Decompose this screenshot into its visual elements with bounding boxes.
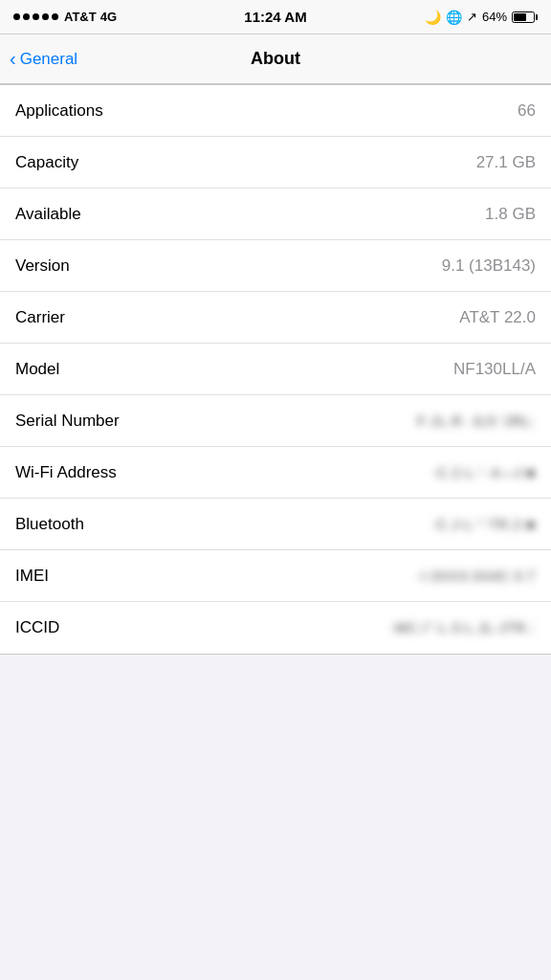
table-row: Wi-Fi Address·C.2·L·'··4—J·■: [0, 447, 551, 499]
table-row: Version9.1 (13B143): [0, 240, 551, 292]
row-label: Serial Number: [15, 412, 120, 431]
row-value: 1.8 GB: [485, 205, 536, 224]
table-row: Capacity27.1 GB: [0, 137, 551, 189]
back-label: General: [20, 50, 77, 69]
row-value: AT&T 22.0: [459, 308, 536, 327]
row-label: Available: [15, 205, 81, 224]
row-label: Bluetooth: [15, 515, 84, 534]
chevron-left-icon: ‹: [10, 49, 16, 68]
row-value: 66: [518, 101, 536, 121]
row-label: ICCID: [15, 618, 59, 637]
table-row: Serial NumberF·JL.R· JL5·'JRL:: [0, 395, 551, 447]
signal-dots: [13, 13, 58, 20]
row-value: NF130LL/A: [453, 360, 536, 379]
row-label: Model: [15, 360, 59, 379]
carrier-label: AT&T: [64, 10, 97, 24]
table-row: CarrierAT&T 22.0: [0, 292, 551, 344]
globe-icon: 🌐: [446, 10, 462, 25]
back-button[interactable]: ‹ General: [10, 50, 77, 69]
location-icon: ↗: [467, 10, 477, 24]
nav-bar: ‹ General About: [0, 34, 551, 84]
row-label: IMEI: [15, 567, 49, 586]
row-value: F·JL.R· JL5·'JRL:: [417, 413, 536, 429]
row-label: Wi-Fi Address: [15, 463, 117, 482]
row-label: Carrier: [15, 308, 65, 327]
row-label: Version: [15, 256, 70, 276]
row-value: ·C.2·L·'··4—J·■: [432, 465, 536, 480]
table-row: Bluetooth·C.J·L·''·TR.2·■: [0, 499, 551, 550]
row-value: ·C.J·L·''·TR.2·■: [432, 517, 536, 532]
moon-icon: 🌙: [425, 10, 441, 25]
row-value: ·I·3XX3·3X4C·3·7: [417, 568, 536, 584]
status-right: 🌙 🌐 ↗ 64%: [425, 10, 538, 25]
settings-list: Applications66Capacity27.1 GBAvailable1.…: [0, 84, 551, 655]
table-row: Available1.8 GB: [0, 189, 551, 240]
row-value: ·MC.I''·L·3·L.JL·JTR.:: [390, 620, 536, 635]
row-label: Capacity: [15, 153, 78, 172]
status-bar: AT&T 4G 11:24 AM 🌙 🌐 ↗ 64%: [0, 0, 551, 34]
status-time: 11:24 AM: [244, 9, 306, 25]
table-row: Applications66: [0, 85, 551, 137]
table-row: ICCID·MC.I''·L·3·L.JL·JTR.:: [0, 602, 551, 654]
page-title: About: [251, 49, 300, 69]
row-value: 27.1 GB: [476, 153, 536, 172]
network-label: 4G: [100, 10, 117, 24]
row-value: 9.1 (13B143): [442, 256, 536, 276]
table-row: ModelNF130LL/A: [0, 344, 551, 395]
row-label: Applications: [15, 101, 103, 121]
table-row: IMEI·I·3XX3·3X4C·3·7: [0, 550, 551, 602]
status-left: AT&T 4G: [13, 10, 117, 24]
battery-percent: 64%: [482, 10, 507, 24]
battery-icon: [512, 11, 538, 23]
